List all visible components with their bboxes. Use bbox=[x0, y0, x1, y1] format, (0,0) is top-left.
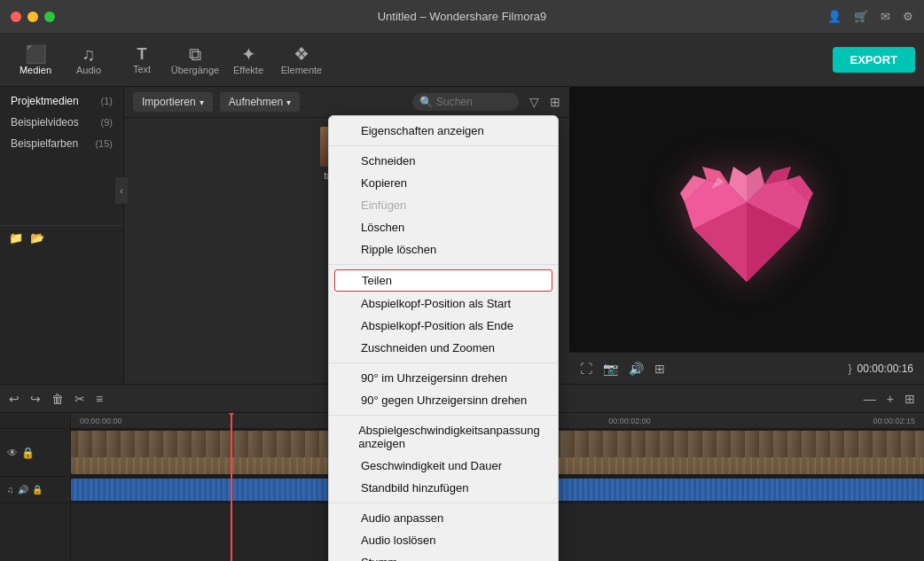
ctx-audio-anpassen[interactable]: Audio anpassen bbox=[329, 507, 558, 529]
trash-icon[interactable]: 🗑 bbox=[51, 392, 64, 406]
add-media-icon[interactable]: 📂 bbox=[30, 231, 44, 245]
import-chevron-icon: ▾ bbox=[200, 97, 204, 107]
ctx-zuschneiden[interactable]: Zuschneiden und Zoomen bbox=[329, 337, 558, 359]
ctx-stumm[interactable]: Stumm bbox=[329, 551, 558, 561]
elements-icon: ❖ bbox=[294, 45, 309, 63]
settings-preview-icon[interactable]: ⊞ bbox=[654, 362, 665, 376]
ctx-ripple-loeschen[interactable]: Ripple löschen bbox=[329, 238, 558, 261]
playhead[interactable] bbox=[231, 413, 232, 561]
preview-screen bbox=[569, 87, 924, 352]
toolbar-effekte[interactable]: ✦ Effekte bbox=[222, 42, 275, 79]
ctx-eigenschaften[interactable]: Eigenschaften anzeigen bbox=[329, 120, 558, 142]
media-toolbar: Importieren ▾ Aufnehmen ▾ 🔍 ▽ ⊞ bbox=[124, 87, 569, 118]
screenshot-icon[interactable]: 📷 bbox=[603, 362, 618, 376]
preview-area: ⛶ 📷 🔊 ⊞ } 00:00:00:16 bbox=[569, 87, 924, 384]
fullscreen-preview-icon[interactable]: ⛶ bbox=[580, 362, 592, 376]
ctx-teilen[interactable]: Teilen bbox=[334, 269, 552, 292]
sidebar-beispielfarben-label: Beispielfarben bbox=[11, 137, 78, 150]
close-button[interactable] bbox=[11, 12, 21, 22]
undo-icon[interactable]: ↩ bbox=[9, 392, 20, 406]
ctx-speed-duration[interactable]: Geschwindigkeit und Dauer bbox=[329, 455, 558, 477]
ctx-section-audio: Audio anpassen Audio loslösen Stumm bbox=[329, 503, 558, 561]
music-icon[interactable]: ♫ bbox=[7, 485, 14, 495]
export-button[interactable]: EXPORT bbox=[833, 47, 915, 73]
sidebar-projektmedien-count: (1) bbox=[101, 96, 113, 106]
search-icon: 🔍 bbox=[419, 96, 433, 108]
ctx-kopieren[interactable]: Kopieren bbox=[329, 172, 558, 194]
ctx-schneiden[interactable]: Schneiden bbox=[329, 150, 558, 172]
user-icon[interactable]: 👤 bbox=[827, 10, 842, 23]
lock-icon[interactable]: 🔒 bbox=[21, 447, 35, 459]
transition-icon: ⧉ bbox=[189, 45, 201, 63]
sidebar-item-beispielvideos[interactable]: Beispielvideos (9) bbox=[0, 112, 123, 133]
toolbar-text[interactable]: T Text bbox=[115, 43, 168, 78]
ctx-section-eigenschaften: Eigenschaften anzeigen bbox=[329, 116, 558, 146]
toolbar-medien-label: Medien bbox=[20, 65, 51, 75]
sidebar-projektmedien-label: Projektmedien bbox=[11, 95, 79, 107]
ctx-start-pos[interactable]: Abspielkopf-Position als Start bbox=[329, 292, 558, 315]
ctx-rotate-ccw[interactable]: 90° gegen Uhrzeigersinn drehen bbox=[329, 389, 558, 411]
medien-icon: ⬛ bbox=[25, 45, 47, 63]
ruler-time-4: 00:00:02:15 bbox=[873, 417, 915, 425]
titlebar-actions: 👤 🛒 ✉ ⚙ bbox=[827, 10, 913, 23]
cart-icon[interactable]: 🛒 bbox=[854, 10, 868, 23]
minimize-button[interactable] bbox=[27, 12, 38, 22]
toolbar-medien[interactable]: ⬛ Medien bbox=[9, 42, 62, 79]
ruler-time-1: 00:00:00:00 bbox=[80, 417, 122, 425]
effects-icon: ✦ bbox=[241, 45, 256, 63]
ctx-audio-loeschen[interactable]: Audio loslösen bbox=[329, 529, 558, 551]
record-chevron-icon: ▾ bbox=[286, 97, 291, 107]
sidebar-beispielfarben-count: (15) bbox=[95, 138, 113, 149]
ruler-time-3: 00:00:02:00 bbox=[608, 417, 651, 425]
sidebar-item-beispielfarben[interactable]: Beispielfarben (15) bbox=[0, 133, 123, 154]
sidebar-item-projektmedien[interactable]: Projektmedien (1) bbox=[0, 90, 123, 112]
maximize-button[interactable] bbox=[44, 12, 55, 22]
timer-icon: } bbox=[849, 362, 852, 375]
toolbar-text-label: Text bbox=[133, 64, 151, 74]
sidebar-beispielvideos-label: Beispielvideos bbox=[11, 116, 79, 129]
toolbar-uebergaenge[interactable]: ⧉ Übergänge bbox=[168, 42, 222, 79]
ctx-standbild[interactable]: Standbild hinzufügen bbox=[329, 477, 558, 499]
cut-icon[interactable]: ✂ bbox=[74, 392, 85, 406]
ctx-section-speed: Abspielgeschwindigkeitsanpassung anzeige… bbox=[329, 416, 558, 503]
ctx-einfuegen: Einfügen bbox=[329, 194, 558, 216]
toolbar-audio[interactable]: ♫ Audio bbox=[62, 42, 115, 79]
preview-left-controls: ⛶ 📷 🔊 ⊞ bbox=[580, 362, 665, 376]
grid-icon[interactable]: ⊞ bbox=[550, 95, 560, 109]
add-track-icon[interactable]: ⊞ bbox=[904, 392, 915, 406]
window-controls bbox=[11, 12, 55, 22]
toolbar-effekte-label: Effekte bbox=[233, 65, 263, 75]
ctx-section-edit: Schneiden Kopieren Einfügen Löschen Ripp… bbox=[329, 146, 558, 265]
sidebar-beispielvideos-count: (9) bbox=[101, 117, 113, 128]
ctx-loeschen[interactable]: Löschen bbox=[329, 216, 558, 238]
ctx-eigenschaften-label: Eigenschaften anzeigen bbox=[361, 124, 484, 137]
ctx-section-rotate: 90° im Uhrzeigersinn drehen 90° gegen Uh… bbox=[329, 363, 558, 416]
import-button[interactable]: Importieren ▾ bbox=[133, 92, 213, 112]
split-icon[interactable]: ≡ bbox=[96, 392, 103, 406]
zoom-in-icon[interactable]: + bbox=[887, 392, 894, 406]
ctx-end-pos[interactable]: Abspielkopf-Position als Ende bbox=[329, 315, 558, 337]
record-label: Aufnehmen bbox=[229, 96, 283, 108]
ctx-rotate-cw[interactable]: 90° im Uhrzeigersinn drehen bbox=[329, 367, 558, 389]
add-folder-icon[interactable]: 📁 bbox=[9, 231, 23, 245]
window-title: Untitled – Wondershare Filmora9 bbox=[378, 10, 547, 23]
volume-track-icon[interactable]: 🔊 bbox=[18, 485, 28, 495]
chevron-left-icon: ‹ bbox=[120, 186, 122, 196]
volume-icon[interactable]: 🔊 bbox=[629, 362, 644, 376]
zoom-out-icon[interactable]: — bbox=[864, 392, 876, 406]
main-toolbar: ⬛ Medien ♫ Audio T Text ⧉ Übergänge ✦ Ef… bbox=[0, 34, 924, 87]
record-button[interactable]: Aufnehmen ▾ bbox=[220, 92, 300, 112]
ctx-speed-show[interactable]: Abspielgeschwindigkeitsanpassung anzeige… bbox=[329, 419, 558, 455]
preview-time: 00:00:00:16 bbox=[857, 362, 913, 375]
eye-icon[interactable]: 👁 bbox=[7, 447, 18, 459]
toolbar-elemente[interactable]: ❖ Elemente bbox=[275, 42, 328, 79]
audio-lock-icon[interactable]: 🔒 bbox=[32, 485, 43, 495]
search-input[interactable] bbox=[436, 96, 507, 108]
audio-icon: ♫ bbox=[82, 45, 96, 63]
sidebar-collapse-button[interactable]: ‹ bbox=[115, 177, 128, 204]
filter-icon[interactable]: ▽ bbox=[529, 95, 539, 109]
settings-icon[interactable]: ⚙ bbox=[903, 10, 913, 23]
redo-icon[interactable]: ↪ bbox=[30, 392, 41, 406]
mail-icon[interactable]: ✉ bbox=[881, 10, 890, 23]
search-box[interactable]: 🔍 bbox=[412, 93, 519, 111]
